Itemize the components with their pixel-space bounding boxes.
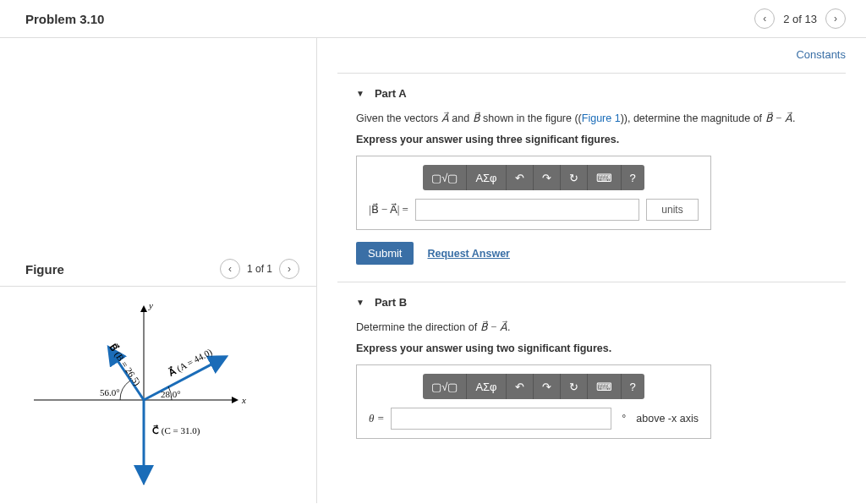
constants-row: Constants bbox=[337, 48, 846, 73]
equation-toolbar: ▢√▢ ΑΣφ ↶ ↷ ↻ ⌨ ? bbox=[423, 165, 644, 190]
problem-pager: ‹ 2 of 13 › bbox=[754, 8, 846, 29]
axis-x-label: x bbox=[241, 395, 246, 405]
toolbar-greek-button[interactable]: ΑΣφ bbox=[467, 165, 506, 190]
part-b-instruction: Express your answer using two significan… bbox=[356, 342, 827, 354]
part-b-lhs: θ = bbox=[369, 412, 384, 425]
figure-1-link[interactable]: Figure 1 bbox=[582, 112, 621, 124]
page-header: Problem 3.10 ‹ 2 of 13 › bbox=[0, 0, 866, 38]
toolbar-undo-button[interactable]: ↶ bbox=[507, 374, 534, 399]
part-b-answer-box: ▢√▢ ΑΣφ ↶ ↷ ↻ ⌨ ? θ = ° above -x axis bbox=[356, 364, 711, 439]
figure-prev-button[interactable]: ‹ bbox=[220, 259, 240, 279]
axis-y-label: y bbox=[148, 300, 153, 310]
part-a-request-answer-link[interactable]: Request Answer bbox=[427, 248, 509, 260]
part-a-units-input[interactable]: units bbox=[646, 199, 699, 221]
part-b-prompt: Determine the direction of B⃗ − A⃗. bbox=[356, 320, 827, 334]
figure-pager: 1 of 1 bbox=[247, 263, 272, 275]
left-column: Figure ‹ 1 of 1 › x bbox=[0, 38, 317, 503]
figure-next-button[interactable]: › bbox=[279, 259, 299, 279]
equation-toolbar: ▢√▢ ΑΣφ ↶ ↷ ↻ ⌨ ? bbox=[423, 374, 644, 399]
part-a-submit-button[interactable]: Submit bbox=[356, 242, 414, 265]
figure-heading: Figure bbox=[25, 262, 64, 277]
toolbar-help-button[interactable]: ? bbox=[622, 165, 644, 190]
toolbar-reset-button[interactable]: ↻ bbox=[561, 374, 588, 399]
toolbar-templates-button[interactable]: ▢√▢ bbox=[423, 374, 467, 399]
part-a-answer-box: ▢√▢ ΑΣφ ↶ ↷ ↻ ⌨ ? |B⃗ − A⃗| = units bbox=[356, 156, 711, 230]
part-b-title: Part B bbox=[375, 296, 407, 309]
toolbar-keyboard-button[interactable]: ⌨ bbox=[588, 374, 622, 399]
vector-a-label: A⃗ (A = 44.0) bbox=[166, 346, 215, 379]
part-a: ▼ Part A Given the vectors A⃗ and B⃗ sho… bbox=[337, 73, 846, 282]
angle-a-label: 28.0° bbox=[161, 389, 181, 399]
vector-c-label: C⃗ (C = 31.0) bbox=[152, 425, 200, 436]
part-a-prompt: Given the vectors A⃗ and B⃗ shown in the… bbox=[356, 112, 827, 125]
part-b-degree-symbol: ° bbox=[618, 413, 626, 425]
part-a-title: Part A bbox=[375, 87, 407, 100]
part-b: ▼ Part B Determine the direction of B⃗ −… bbox=[337, 282, 846, 456]
next-problem-button[interactable]: › bbox=[825, 8, 846, 29]
toolbar-templates-button[interactable]: ▢√▢ bbox=[423, 165, 467, 190]
constants-link[interactable]: Constants bbox=[796, 48, 846, 61]
part-a-lhs: |B⃗ − A⃗| = bbox=[369, 203, 408, 216]
part-a-instruction: Express your answer using three signific… bbox=[356, 134, 827, 145]
figure-diagram: x y A⃗ (A = 44.0) 28.0° B⃗ (B = 26.5) 56… bbox=[0, 287, 316, 504]
problem-title: Problem 3.10 bbox=[25, 12, 104, 26]
collapse-icon[interactable]: ▼ bbox=[356, 298, 364, 307]
prev-problem-button[interactable]: ‹ bbox=[754, 8, 775, 29]
right-column: Constants ▼ Part A Given the vectors A⃗ … bbox=[317, 38, 866, 503]
part-b-trailing: above -x axis bbox=[633, 413, 699, 425]
vector-b-label: B⃗ (B = 26.5) bbox=[107, 342, 144, 388]
collapse-icon[interactable]: ▼ bbox=[356, 89, 364, 98]
figure-header: Figure ‹ 1 of 1 › bbox=[0, 254, 316, 287]
toolbar-greek-button[interactable]: ΑΣφ bbox=[467, 374, 506, 399]
pager-text: 2 of 13 bbox=[783, 13, 817, 25]
angle-b-label: 56.0° bbox=[100, 387, 120, 397]
toolbar-keyboard-button[interactable]: ⌨ bbox=[588, 165, 622, 190]
part-a-value-input[interactable] bbox=[415, 199, 639, 221]
toolbar-redo-button[interactable]: ↷ bbox=[534, 374, 561, 399]
toolbar-reset-button[interactable]: ↻ bbox=[561, 165, 588, 190]
part-b-value-input[interactable] bbox=[391, 408, 611, 430]
toolbar-redo-button[interactable]: ↷ bbox=[534, 165, 561, 190]
toolbar-undo-button[interactable]: ↶ bbox=[507, 165, 534, 190]
toolbar-help-button[interactable]: ? bbox=[622, 374, 644, 399]
